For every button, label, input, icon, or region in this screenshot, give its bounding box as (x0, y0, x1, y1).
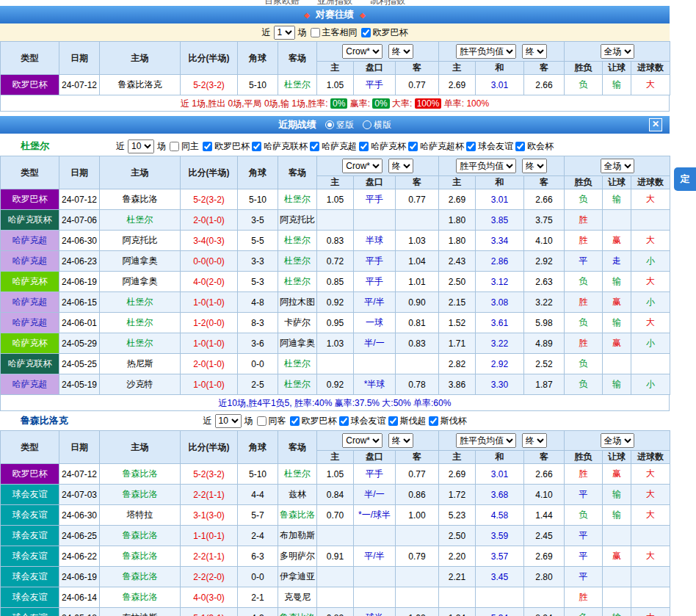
final-odds-select[interactable]: 终 (388, 44, 413, 59)
league-filter[interactable]: 斯伐超 (388, 415, 427, 427)
handicap-result (603, 567, 631, 587)
eu-home-odds: 2.43 (439, 251, 476, 272)
odds-average-select[interactable]: 胜平负均值 (456, 44, 516, 59)
league-checkbox[interactable] (515, 142, 525, 151)
goals-result: 大 (631, 272, 670, 292)
match-row: 球会友谊24-06-30塔特拉3-1(3-0)5-7鲁森比洛0.70*一/球半1… (1, 505, 670, 526)
league-filter[interactable]: 球会友谊 (338, 415, 386, 427)
layout-vertical-option[interactable]: 竖版 (325, 119, 354, 131)
same-home-checkbox[interactable] (170, 142, 179, 151)
sub-ah-line: 盘口 (354, 451, 396, 464)
eu-home-odds: 2.20 (439, 546, 476, 567)
eu-home-odds: 2.82 (439, 354, 476, 374)
team2-name: 鲁森比洛克 (21, 414, 68, 427)
corner-cell: 0-0 (238, 567, 278, 587)
scope-select[interactable]: 全场 (601, 159, 634, 173)
league-filter[interactable]: 欧罗巴杯 (360, 26, 408, 39)
sub-eu-draw: 和 (476, 62, 524, 75)
league-checkbox[interactable] (290, 416, 300, 426)
home-team: 阿迪拿奥 (100, 251, 181, 272)
final-odds-select[interactable]: 终 (522, 433, 547, 448)
radio-unchecked-icon[interactable] (363, 120, 371, 129)
league-checkbox[interactable] (466, 142, 476, 151)
col-home: 主场 (100, 431, 181, 464)
final-odds-select[interactable]: 终 (388, 433, 413, 448)
team2-near-select[interactable]: 10 (215, 414, 242, 428)
league-filter[interactable]: 哈萨克杯 (358, 140, 406, 153)
league-checkbox[interactable] (408, 142, 418, 151)
team1-filter-bar: 杜堡尔 近 10 场 同主 欧罗巴杯哈萨克联杯哈萨克超哈萨克杯哈萨克超杯球会友谊… (0, 137, 670, 156)
final-odds-select[interactable]: 终 (522, 159, 547, 173)
goals-result: 大 (631, 231, 670, 251)
same-away-filter[interactable]: 同客 (256, 415, 286, 427)
league-cell: 哈萨克超 (1, 374, 59, 395)
league-filter[interactable]: 斯伐杯 (428, 415, 467, 427)
scope-select[interactable]: 全场 (601, 44, 634, 59)
bookmaker-select[interactable]: Crow* (342, 159, 383, 173)
ah-select-cell: Crow* 终 (317, 42, 439, 62)
eu-select-cell: 胜平负均值 终 (439, 156, 565, 176)
league-checkbox[interactable] (361, 28, 371, 37)
sub-ah-away: 客 (396, 62, 439, 75)
league-checkbox[interactable] (252, 142, 261, 151)
ah-away-odds: 1.02 (396, 608, 439, 616)
goals-result: 小 (631, 333, 670, 354)
col-score: 比分(半场) (181, 42, 238, 75)
ah-away-odds (396, 567, 439, 587)
ah-home-odds: 1.03 (317, 333, 354, 354)
team1-near-select[interactable]: 10 (128, 139, 154, 153)
date-cell: 24-07-12 (59, 189, 100, 210)
league-filter[interactable]: 欧会杯 (515, 140, 554, 153)
eu-draw-odds: 3.01 (476, 75, 524, 95)
league-checkbox[interactable] (429, 416, 438, 426)
handicap-result: 赢 (603, 333, 631, 354)
eu-home-odds: 2.15 (439, 292, 476, 313)
goals-result: 大 (631, 485, 670, 505)
odds-average-select[interactable]: 胜平负均值 (456, 159, 516, 173)
league-filter[interactable]: 球会友谊 (465, 140, 513, 153)
ah-home-odds: 1.05 (317, 464, 354, 485)
league-filter[interactable]: 欧罗巴杯 (289, 415, 337, 427)
col-away: 客场 (278, 431, 317, 464)
eu-home-odds: 1.24 (439, 608, 476, 616)
same-venue-filter[interactable]: 主客相同 (310, 26, 358, 39)
odds-average-select[interactable]: 胜平负均值 (456, 433, 516, 448)
league-checkbox[interactable] (388, 416, 398, 426)
scope-select[interactable]: 全场 (601, 433, 634, 448)
league-filter[interactable]: 哈萨克超 (309, 140, 357, 153)
league-filter[interactable]: 欧罗巴杯 (202, 140, 250, 153)
same-venue-checkbox[interactable] (311, 28, 320, 37)
pin-side-tab[interactable]: 定 (674, 167, 696, 191)
bookmaker-select[interactable]: Crow* (342, 44, 383, 59)
handicap-result: 输 (603, 374, 631, 395)
league-filter[interactable]: 哈萨克超杯 (407, 140, 464, 153)
handicap-result: 走 (603, 251, 631, 272)
wdl-result: 平 (565, 526, 603, 546)
final-odds-select[interactable]: 终 (522, 44, 547, 59)
layout-horizontal-option[interactable]: 横版 (363, 119, 391, 131)
bookmaker-select[interactable]: Crow* (342, 433, 383, 448)
eu-away-odds: 3.22 (524, 292, 565, 313)
same-home-filter[interactable]: 同主 (169, 140, 199, 153)
goals-result: 大 (631, 464, 670, 485)
same-away-checkbox[interactable] (257, 416, 267, 426)
radio-checked-icon[interactable] (325, 120, 334, 129)
close-button[interactable]: ✕ (649, 118, 662, 131)
sub-handicap: 让球 (603, 451, 631, 464)
sub-eu-draw: 和 (476, 451, 524, 464)
league-checkbox[interactable] (203, 142, 212, 151)
match-row: 球会友谊24-07-03鲁森比洛2-2(1-1)4-4兹林0.84半/一0.86… (1, 485, 670, 505)
home-team: 阿迪拿奥 (100, 272, 181, 292)
league-filter[interactable]: 哈萨克联杯 (251, 140, 308, 153)
score-cell: 1-2(0-0) (181, 313, 238, 333)
ah-home-odds: 0.82 (317, 608, 354, 616)
eu-home-odds: 2.69 (439, 189, 476, 210)
h2h-near-select[interactable]: 1 (274, 26, 295, 40)
ah-home-odds: 0.83 (317, 231, 354, 251)
match-row: 哈萨克超24-06-01杜堡尔1-2(0-0)8-3卡萨尔0.95一球0.811… (1, 313, 670, 333)
league-checkbox[interactable] (310, 142, 319, 151)
team1-name: 杜堡尔 (21, 139, 49, 153)
league-checkbox[interactable] (339, 416, 349, 426)
final-odds-select[interactable]: 终 (388, 159, 413, 173)
league-checkbox[interactable] (359, 142, 369, 151)
